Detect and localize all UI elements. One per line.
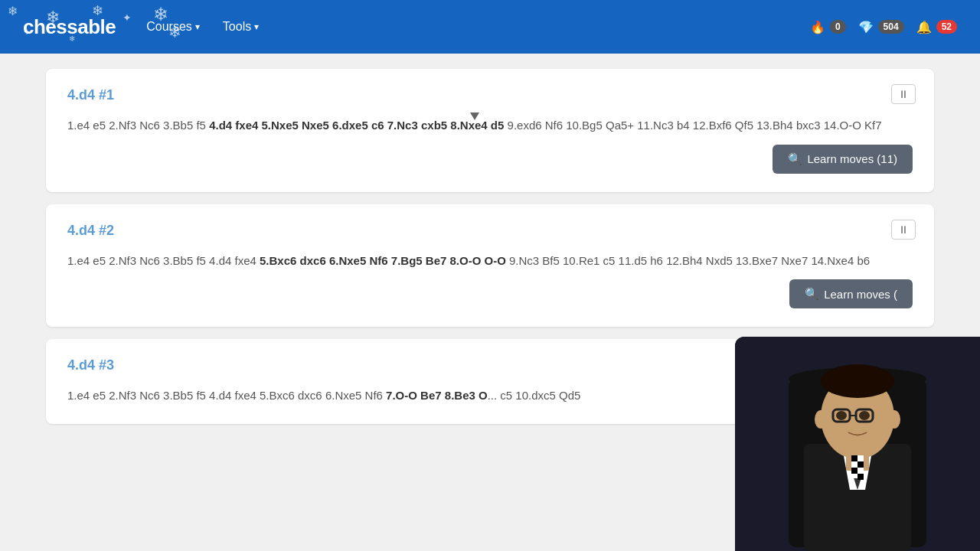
svg-rect-16 <box>858 461 864 468</box>
svg-rect-15 <box>851 455 858 461</box>
person-svg <box>735 337 980 551</box>
svg-point-20 <box>888 410 900 429</box>
card-1-moves: 1.e4 e5 2.Nf3 Nc6 3.Bb5 f5 4.d4 fxe4 5.N… <box>67 116 913 135</box>
snowflake-icon: ✦ <box>122 11 132 24</box>
svg-point-11 <box>836 411 847 420</box>
card-2-pause-button[interactable]: ⏸ <box>891 220 916 240</box>
card-2: 4.d4 #2 ⏸ 1.e4 e5 2.Nf3 Nc6 3.Bb5 f5 4.d… <box>46 204 934 328</box>
card-1-pause-button[interactable]: ⏸ <box>891 84 916 104</box>
header-right: 🔥 0 💎 504 🔔 52 <box>810 20 957 34</box>
card-3-moves-normal2: ... c5 10.dxc5 Qd5 <box>488 389 581 402</box>
logo[interactable]: chessable <box>23 15 116 39</box>
webcam-overlay <box>735 337 980 551</box>
card-1: 4.d4 #1 ⏸ 1.e4 e5 2.Nf3 Nc6 3.Bb5 f5 4.d… <box>46 69 934 192</box>
bell-group[interactable]: 🔔 52 <box>916 20 957 34</box>
header: ❄ ❄ ❄ ✦ ❄ ❄ ✦ ❄ chessable Courses ▾ Tool… <box>0 0 980 54</box>
tools-chevron-icon: ▾ <box>254 21 259 32</box>
main-nav: Courses ▾ Tools ▾ <box>146 20 810 34</box>
card-2-title: 4.d4 #2 <box>67 223 913 239</box>
diamond-icon: 💎 <box>858 20 874 34</box>
card-1-moves-bold: 4.d4 fxe4 5.Nxe5 Nxe5 6.dxe5 c6 7.Nc3 cx… <box>209 119 504 132</box>
svg-rect-18 <box>858 474 864 480</box>
svg-point-19 <box>815 410 827 429</box>
courses-nav-item[interactable]: Courses ▾ <box>146 20 200 34</box>
courses-chevron-icon: ▾ <box>195 21 200 32</box>
card-2-moves-bold: 5.Bxc6 dxc6 6.Nxe5 Nf6 7.Bg5 Be7 8.O-O O… <box>260 254 506 267</box>
card-1-learn-button[interactable]: 🔍 Learn moves (11) <box>773 145 913 174</box>
card-2-moves: 1.e4 e5 2.Nf3 Nc6 3.Bb5 f5 4.d4 fxe4 5.B… <box>67 251 913 271</box>
mouse-cursor <box>470 112 479 120</box>
card-3-moves-bold: 7.O-O Be7 8.Be3 O <box>386 389 488 402</box>
diamond-count: 504 <box>878 20 904 34</box>
card-2-moves-normal: 1.e4 e5 2.Nf3 Nc6 3.Bb5 f5 4.d4 fxe4 <box>67 254 260 267</box>
card-1-learn-label: Learn moves (11) <box>807 152 897 165</box>
card-1-moves-normal2: 9.exd6 Nf6 10.Bg5 Qa5+ 11.Nc3 b4 12.Bxf6… <box>504 119 881 132</box>
card-1-title: 4.d4 #1 <box>67 87 913 103</box>
svg-rect-17 <box>851 468 858 474</box>
card-3-moves-normal: 1.e4 e5 2.Nf3 Nc6 3.Bb5 f5 4.d4 fxe4 5.B… <box>67 389 386 402</box>
card-2-moves-normal2: 9.Nc3 Bf5 10.Re1 c5 11.d5 h6 12.Bh4 Nxd5… <box>506 254 870 267</box>
learn-icon-2: 🔍 <box>805 287 819 301</box>
svg-point-12 <box>859 411 870 420</box>
fire-icon: 🔥 <box>810 20 825 34</box>
svg-point-7 <box>821 364 894 398</box>
snowflake-icon: ❄ <box>8 4 18 18</box>
bell-count: 52 <box>936 20 957 34</box>
card-1-moves-normal: 1.e4 e5 2.Nf3 Nc6 3.Bb5 f5 <box>67 119 209 132</box>
tools-label: Tools <box>223 20 251 34</box>
tools-nav-item[interactable]: Tools ▾ <box>223 20 259 34</box>
courses-label: Courses <box>146 20 192 34</box>
card-2-learn-label: Learn moves ( <box>824 288 897 301</box>
fire-count: 0 <box>830 20 846 34</box>
bell-icon: 🔔 <box>916 20 932 34</box>
learn-icon: 🔍 <box>788 152 802 166</box>
webcam-person <box>735 337 980 551</box>
diamond-group[interactable]: 💎 504 <box>858 20 904 34</box>
card-2-learn-button[interactable]: 🔍 Learn moves ( <box>789 279 913 308</box>
fire-group[interactable]: 🔥 0 <box>810 20 846 34</box>
